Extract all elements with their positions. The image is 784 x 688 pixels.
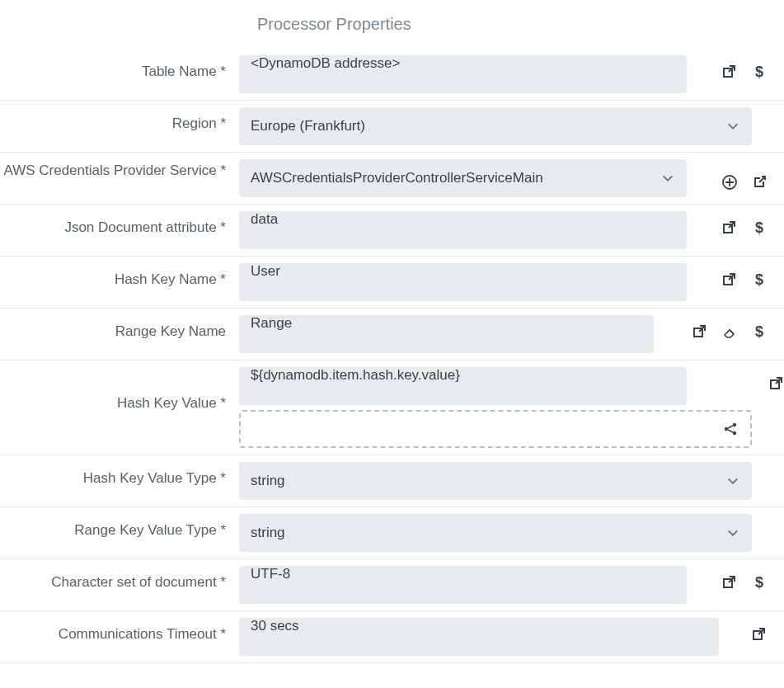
input-timeout[interactable]: 30 secs [239,618,719,656]
row-hash-key-type: Hash Key Value Type * string [0,455,784,507]
row-region: Region * Europe (Frankfurt) [0,101,784,153]
label-charset: Character set of document * [0,566,239,591]
erase-icon[interactable] [721,323,738,340]
label-region: Region * [0,107,239,132]
input-charset[interactable]: UTF-8 [239,566,687,604]
input-hash-key-value[interactable]: ${dynamodb.item.hash.key.value} [239,367,687,405]
label-range-key-name: Range Key Name [0,315,239,340]
row-table-name: Table Name * <DynamoDB addresse> [0,49,784,101]
row-hash-key-value: Hash Key Value * ${dynamodb.item.hash.ke… [0,360,784,455]
select-hash-key-type[interactable]: string [239,462,752,500]
chevron-down-icon [725,474,740,488]
popout-icon[interactable] [721,64,738,80]
select-credentials-value: AWSCredentialsProviderControllerServiceM… [251,170,543,186]
select-region-value: Europe (Frankfurt) [251,118,365,134]
select-credentials[interactable]: AWSCredentialsProviderControllerServiceM… [239,159,687,197]
expression-language-icon[interactable] [751,323,768,340]
parameter-reference-box[interactable] [239,410,752,448]
input-json-doc[interactable]: data [239,211,687,249]
select-hash-key-type-value: string [251,473,285,489]
select-range-key-type[interactable]: string [239,514,752,552]
add-controller-service-icon[interactable] [721,174,738,191]
row-range-key-name: Range Key Name Range [0,309,784,360]
chevron-down-icon [660,171,675,186]
input-range-key-name[interactable]: Range [239,315,654,353]
popout-icon[interactable] [721,574,738,591]
expression-language-icon[interactable] [751,219,768,236]
row-credentials: AWS Credentials Provider Service * AWSCr… [0,153,784,205]
label-hash-key-type: Hash Key Value Type * [0,462,239,487]
share-icon [722,421,739,437]
label-range-key-type: Range Key Value Type * [0,514,239,539]
goto-controller-service-icon[interactable] [751,174,768,191]
label-credentials: AWS Credentials Provider Service * [0,159,239,179]
chevron-down-icon [725,119,740,134]
expression-language-icon[interactable] [751,271,768,288]
label-table-name: Table Name * [0,55,239,80]
row-hash-key-name: Hash Key Name * User [0,257,784,309]
select-range-key-type-value: string [251,525,285,541]
popout-icon[interactable] [721,271,738,288]
expression-language-icon[interactable] [751,574,768,591]
input-hash-key-name[interactable]: User [239,263,687,301]
popout-icon[interactable] [692,323,708,340]
row-json-doc: Json Document attribute * data [0,205,784,257]
row-range-key-type: Range Key Value Type * string [0,507,784,559]
input-table-name[interactable]: <DynamoDB addresse> [239,55,687,93]
page-title: Processor Properties [0,0,784,49]
expression-language-icon[interactable] [751,64,768,80]
select-region[interactable]: Europe (Frankfurt) [239,107,752,145]
label-timeout: Communications Timeout * [0,618,239,643]
chevron-down-icon [725,525,740,540]
label-hash-key-name: Hash Key Name * [0,263,239,288]
popout-icon[interactable] [751,626,768,643]
row-charset: Character set of document * UTF-8 [0,559,784,611]
popout-icon[interactable] [721,219,738,236]
label-json-doc: Json Document attribute * [0,211,239,236]
popout-icon[interactable] [768,375,784,392]
label-hash-key-value: Hash Key Value * [0,367,239,412]
row-timeout: Communications Timeout * 30 secs [0,611,784,663]
